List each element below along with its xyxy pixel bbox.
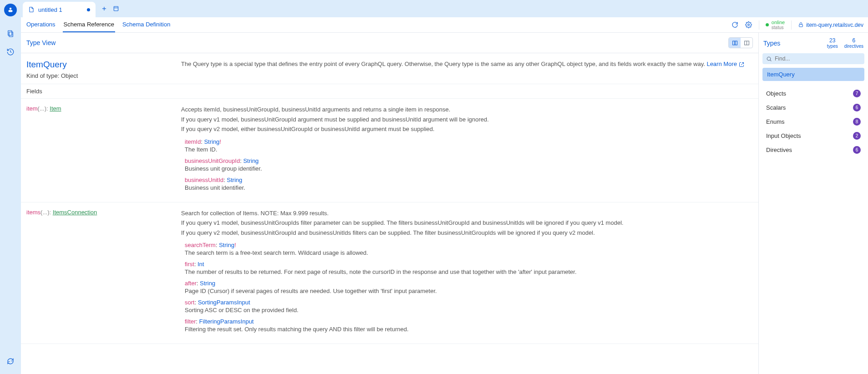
status-label: online (772, 20, 785, 25)
arg-type[interactable]: String (204, 138, 220, 145)
argument: after: StringPage ID (Cursor) if several… (185, 280, 753, 294)
svg-point-0 (10, 8, 12, 10)
collapse-tabs-icon[interactable] (113, 5, 119, 12)
category-label: Input Objects (766, 132, 801, 139)
arg-type[interactable]: FilteringParamsInput (199, 318, 254, 325)
arg-name: after (185, 280, 197, 287)
svg-rect-2 (8, 30, 12, 35)
arg-desc: The search term is a free-text search te… (185, 249, 753, 256)
svg-point-8 (747, 24, 749, 25)
view-columns-button[interactable] (729, 38, 741, 48)
category-directives[interactable]: Directives6 (759, 143, 868, 157)
category-label: Enums (766, 118, 784, 125)
return-type-link[interactable]: Item (50, 105, 61, 112)
arg-name: filter (185, 318, 196, 325)
svg-line-15 (770, 60, 772, 61)
arg-type[interactable]: String (219, 242, 234, 248)
field-desc-line: Accepts itemId, businessUnitGroupId, bus… (181, 105, 753, 114)
field-row: item(...): ItemAccepts itemId, businessU… (21, 99, 758, 202)
field-desc-line: If you query v2 model, businessUnitGroup… (181, 228, 753, 238)
argument: businessUnitGroupId: StringBusiness unit… (185, 157, 753, 172)
files-icon[interactable] (4, 27, 17, 40)
svg-rect-6 (114, 6, 118, 10)
type-description: The Query type is a special type that de… (181, 60, 753, 79)
arg-type[interactable]: String (243, 157, 259, 164)
svg-rect-1 (9, 10, 13, 12)
tab-untitled[interactable]: untitled 1 (23, 2, 96, 17)
category-objects[interactable]: Objects7 (759, 86, 868, 101)
arg-desc: Business unit group identifier. (185, 165, 753, 172)
view-split-button[interactable] (741, 38, 752, 48)
category-enums[interactable]: Enums8 (759, 115, 868, 129)
arg-type[interactable]: Int (197, 261, 204, 268)
argument: first: IntThe number of results to be re… (185, 261, 753, 275)
connection-status: online status (766, 20, 785, 30)
refresh-icon[interactable] (732, 21, 739, 29)
category-input-objects[interactable]: Input Objects2 (759, 129, 868, 143)
endpoint-link[interactable]: item-query.retailsvc.dev (798, 22, 863, 28)
types-search[interactable] (762, 53, 864, 64)
field-body: Accepts itemId, businessUnitGroupId, bus… (181, 105, 753, 196)
return-type-link[interactable]: ItemsConnection (53, 209, 97, 216)
arg-desc: The Item ID. (185, 146, 753, 153)
app-logo (4, 4, 17, 16)
status-sublabel: status (772, 25, 785, 30)
types-count: 23types (827, 37, 838, 49)
field-row: items(...): ItemsConnectionSearch for co… (21, 202, 758, 344)
category-label: Objects (766, 90, 786, 97)
svg-rect-3 (9, 32, 13, 37)
argument: businessUnitId: StringBusiness unit iden… (185, 177, 753, 191)
types-label: Types (763, 40, 780, 47)
tab-schema-reference[interactable]: Schema Reference (63, 17, 115, 32)
argument: filter: FilteringParamsInputFiltering th… (185, 318, 753, 333)
arg-name: first (185, 261, 194, 268)
document-icon (28, 6, 35, 13)
category-scalars[interactable]: Scalars6 (759, 101, 868, 115)
sync-icon[interactable] (4, 355, 17, 368)
arg-type[interactable]: String (227, 177, 242, 183)
category-label: Directives (766, 147, 792, 153)
arg-name: searchTerm (185, 242, 216, 248)
field-body: Search for collection of Items. NOTE: Ma… (181, 209, 753, 338)
field-desc-line: If you query v1 model, businessUnitGroup… (181, 115, 753, 124)
category-count-badge: 8 (853, 118, 861, 126)
type-view-label: Type View (26, 39, 56, 46)
argument: searchTerm: String!The search term is a … (185, 242, 753, 256)
subheader: Operations Schema Reference Schema Defin… (21, 17, 868, 33)
category-count-badge: 7 (853, 90, 861, 97)
svg-point-14 (767, 57, 771, 61)
svg-rect-11 (735, 41, 737, 45)
svg-rect-10 (732, 41, 734, 45)
unsaved-dot-icon (87, 8, 90, 11)
type-name: ItemQuery (26, 60, 172, 70)
arg-type[interactable]: SortingParamsInput (198, 299, 250, 306)
status-dot-icon (766, 23, 769, 26)
arg-desc: Filtering the result set. Only results m… (185, 326, 753, 333)
type-item-itemquery[interactable]: ItemQuery (762, 68, 864, 81)
arg-name: sort (185, 299, 195, 306)
arg-name: itemId (185, 138, 201, 145)
history-icon[interactable] (4, 45, 17, 58)
arg-desc: Sorting ASC or DESC on the provided fiel… (185, 307, 753, 313)
argument: sort: SortingParamsInputSorting ASC or D… (185, 299, 753, 313)
category-count-badge: 2 (853, 132, 861, 140)
svg-rect-9 (799, 25, 803, 27)
field-desc-line: If you query v2 model, either businessUn… (181, 125, 753, 134)
tab-operations[interactable]: Operations (25, 17, 56, 32)
arg-type[interactable]: String (200, 280, 215, 287)
types-search-input[interactable] (775, 56, 861, 62)
tab-title: untitled 1 (38, 6, 62, 13)
type-kind: Kind of type: Object (26, 72, 172, 79)
view-toggle (728, 37, 753, 48)
left-rail (0, 0, 21, 374)
doc-pane: Type View ItemQuery Kind of type: Object (21, 33, 759, 374)
arg-name: businessUnitGroupId (185, 157, 240, 164)
category-count-badge: 6 (853, 146, 861, 154)
search-icon (766, 56, 772, 62)
settings-icon[interactable] (745, 21, 752, 29)
tab-schema-definition[interactable]: Schema Definition (121, 17, 172, 32)
category-label: Scalars (766, 104, 786, 111)
learn-more-link[interactable]: Learn More (707, 61, 744, 67)
new-tab-button[interactable] (101, 5, 107, 12)
field-desc-line: If you query v1 model, businessUnitGroup… (181, 218, 753, 227)
